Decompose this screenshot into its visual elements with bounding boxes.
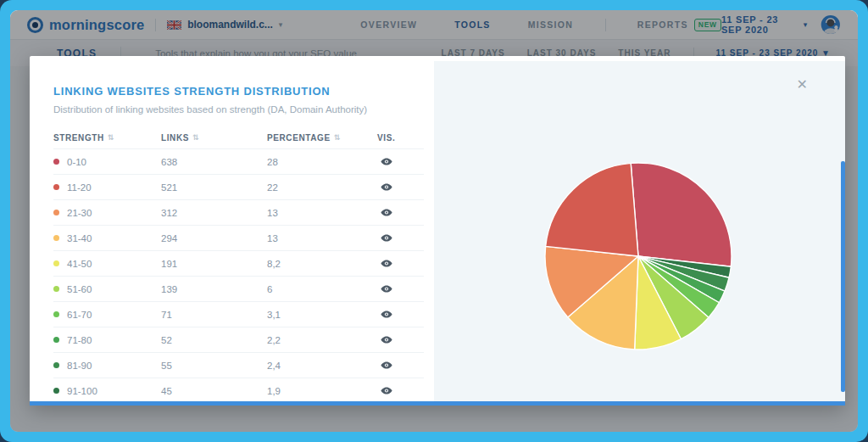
pie-slice-0-10[interactable] <box>631 163 732 266</box>
links-cell: 312 <box>161 208 267 218</box>
table-row: 41-501918,2 <box>53 250 424 276</box>
percentage-cell: 13 <box>267 208 377 218</box>
modal-title: LINKING WEBSITES STRENGTH DISTRIBUTION <box>53 85 434 98</box>
table-row: 71-80522,2 <box>53 327 424 352</box>
eye-icon <box>381 183 392 191</box>
percentage-cell: 28 <box>267 157 377 167</box>
strength-cell: 11-20 <box>53 182 161 193</box>
strength-cell: 71-80 <box>53 335 161 345</box>
strength-cell: 21-30 <box>53 208 161 218</box>
visibility-toggle[interactable] <box>377 285 424 293</box>
links-cell: 139 <box>161 284 267 294</box>
strength-color-dot <box>53 210 59 215</box>
strength-label: 91-100 <box>67 386 97 396</box>
links-cell: 55 <box>161 361 267 371</box>
modal-subtitle: Distribution of linking websites based o… <box>53 104 434 115</box>
window-frame: morningscore bloomandwild.c... ▾ OVERVIE… <box>0 0 868 442</box>
strength-cell: 91-100 <box>53 386 161 396</box>
eye-icon <box>381 234 392 242</box>
strength-color-dot <box>53 388 59 394</box>
column-header-vis: VIS. <box>377 133 424 143</box>
table-header-row: STRENGTH⇅LINKS⇅PERCENTAGE⇅VIS. <box>53 126 424 148</box>
strength-color-dot <box>53 159 59 165</box>
strength-label: 41-50 <box>67 259 92 269</box>
strength-color-dot <box>53 235 59 241</box>
pie-chart[interactable] <box>542 160 734 352</box>
table-row: 11-2052122 <box>53 174 424 199</box>
percentage-cell: 22 <box>267 182 377 193</box>
visibility-toggle[interactable] <box>377 183 424 191</box>
table-row: 0-1063828 <box>53 148 424 174</box>
sort-icon[interactable]: ⇅ <box>334 133 341 142</box>
strength-color-dot <box>53 184 59 190</box>
strength-cell: 61-70 <box>53 310 161 320</box>
strength-cell: 31-40 <box>53 233 161 243</box>
column-header-percentage[interactable]: PERCENTAGE⇅ <box>267 133 377 143</box>
eye-icon <box>381 311 392 318</box>
visibility-toggle[interactable] <box>377 336 424 344</box>
eye-icon <box>381 361 392 369</box>
table-row: 91-100451,9 <box>53 378 424 401</box>
distribution-table-section: LINKING WEBSITES STRENGTH DISTRIBUTION D… <box>30 56 434 401</box>
links-cell: 191 <box>161 259 267 269</box>
table-row: 21-3031213 <box>53 199 424 225</box>
strength-cell: 41-50 <box>53 259 161 269</box>
strength-label: 51-60 <box>67 284 92 294</box>
eye-icon <box>381 209 392 216</box>
strength-cell: 0-10 <box>53 157 161 167</box>
percentage-cell: 2,2 <box>267 335 377 345</box>
links-cell: 638 <box>161 157 267 167</box>
strength-label: 81-90 <box>67 361 92 371</box>
percentage-cell: 1,9 <box>267 386 377 396</box>
vertical-scrollbar[interactable] <box>841 161 845 392</box>
links-cell: 45 <box>161 386 267 396</box>
percentage-cell: 2,4 <box>267 361 377 371</box>
table-row: 51-601396 <box>53 276 424 301</box>
links-cell: 294 <box>161 233 267 243</box>
table-row: 31-4029413 <box>53 225 424 250</box>
sort-icon[interactable]: ⇅ <box>192 133 199 142</box>
percentage-cell: 6 <box>267 284 377 294</box>
sort-icon[interactable]: ⇅ <box>108 133 114 142</box>
visibility-toggle[interactable] <box>377 234 424 242</box>
percentage-cell: 3,1 <box>267 310 377 320</box>
strength-label: 11-20 <box>67 182 92 193</box>
visibility-toggle[interactable] <box>377 387 424 394</box>
strength-color-dot <box>53 337 59 343</box>
strength-color-dot <box>53 311 59 317</box>
visibility-toggle[interactable] <box>377 158 424 165</box>
percentage-cell: 8,2 <box>267 259 377 269</box>
visibility-toggle[interactable] <box>377 209 424 216</box>
distribution-table: STRENGTH⇅LINKS⇅PERCENTAGE⇅VIS. 0-1063828… <box>53 126 424 401</box>
column-header-strength[interactable]: STRENGTH⇅ <box>53 133 161 143</box>
horizontal-scrollbar[interactable] <box>30 401 845 406</box>
column-header-links[interactable]: LINKS⇅ <box>161 133 267 143</box>
visibility-toggle[interactable] <box>377 260 424 267</box>
strength-label: 21-30 <box>67 208 92 218</box>
strength-label: 0-10 <box>67 157 86 167</box>
eye-icon <box>381 260 392 267</box>
close-icon[interactable]: ✕ <box>797 78 808 92</box>
eye-icon <box>381 387 392 394</box>
strength-color-dot <box>53 260 59 266</box>
eye-icon <box>381 285 392 293</box>
strength-cell: 81-90 <box>53 361 161 371</box>
table-row: 61-70713,1 <box>53 301 424 327</box>
strength-color-dot <box>53 286 59 292</box>
strength-label: 71-80 <box>67 335 92 345</box>
strength-cell: 51-60 <box>53 284 161 294</box>
app-window: morningscore bloomandwild.c... ▾ OVERVIE… <box>10 10 858 432</box>
table-body: 0-106382811-205212221-303121331-40294134… <box>53 148 424 401</box>
strength-label: 31-40 <box>67 233 92 243</box>
strength-label: 61-70 <box>67 310 92 320</box>
linking-websites-modal: ✕ LINKING WEBSITES STRENGTH DISTRIBUTION… <box>30 56 845 406</box>
strength-color-dot <box>53 362 59 368</box>
links-cell: 71 <box>161 310 267 320</box>
eye-icon <box>381 158 392 165</box>
eye-icon <box>381 336 392 344</box>
visibility-toggle[interactable] <box>377 311 424 318</box>
chart-panel <box>434 61 845 401</box>
visibility-toggle[interactable] <box>377 361 424 369</box>
pie-slice-11-20[interactable] <box>546 163 638 256</box>
percentage-cell: 13 <box>267 233 377 243</box>
